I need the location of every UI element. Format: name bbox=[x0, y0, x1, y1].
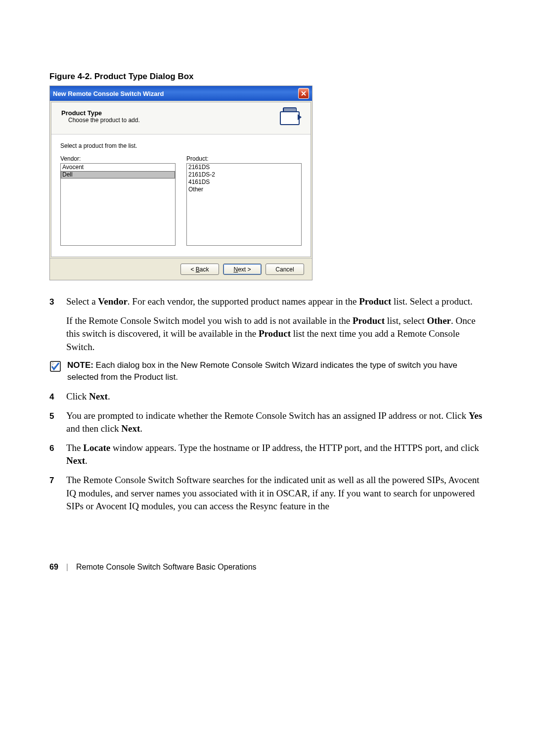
step-number: 3 bbox=[49, 295, 66, 308]
step-number: 7 bbox=[49, 474, 66, 487]
step-body: The Remote Console Switch Software searc… bbox=[66, 474, 485, 513]
note-text: Each dialog box in the New Remote Consol… bbox=[67, 360, 457, 382]
instruction-text: Select a product from the list. bbox=[60, 142, 302, 149]
step-body: Select a Vendor. For each vendor, the su… bbox=[66, 295, 485, 354]
list-item[interactable]: 2161DS-2 bbox=[187, 171, 301, 178]
list-item[interactable]: 2161DS bbox=[187, 164, 301, 171]
product-type-title: Product Type bbox=[61, 109, 140, 117]
step-number: 5 bbox=[49, 409, 66, 422]
close-button[interactable] bbox=[298, 88, 309, 99]
vendor-listbox[interactable]: Avocent Dell bbox=[60, 163, 176, 246]
document-page: Figure 4-2. Product Type Dialog Box New … bbox=[0, 0, 534, 601]
product-label: Product: bbox=[186, 155, 302, 162]
list-item[interactable]: 4161DS bbox=[187, 178, 301, 186]
button-bar: < Back Next > Cancel bbox=[50, 258, 312, 280]
dialog-titlebar: New Remote Console Switch Wizard bbox=[50, 86, 312, 101]
product-listbox[interactable]: 2161DS 2161DS-2 4161DS Other bbox=[186, 163, 302, 246]
wizard-dialog: New Remote Console Switch Wizard Product… bbox=[49, 86, 312, 280]
page-footer: 69 | Remote Console Switch Software Basi… bbox=[49, 563, 485, 572]
note-block: NOTE: Each dialog box in the New Remote … bbox=[49, 359, 485, 383]
note-label: NOTE: bbox=[67, 360, 93, 370]
step-body: You are prompted to indicate whether the… bbox=[66, 409, 485, 436]
step-list-cont: 4 Click Next. 5 You are prompted to indi… bbox=[49, 390, 485, 513]
list-item[interactable]: Avocent bbox=[61, 164, 175, 171]
step-list: 3 Select a Vendor. For each vendor, the … bbox=[49, 295, 485, 354]
step-body: The Locate window appears. Type the host… bbox=[66, 442, 485, 468]
back-button[interactable]: < Back bbox=[180, 264, 219, 275]
list-item[interactable]: Dell bbox=[61, 171, 175, 178]
switch-icon bbox=[280, 109, 301, 125]
cancel-button[interactable]: Cancel bbox=[266, 264, 304, 275]
vendor-label: Vendor: bbox=[60, 155, 176, 162]
page-number: 69 bbox=[49, 563, 58, 572]
footer-title: Remote Console Switch Software Basic Ope… bbox=[76, 563, 257, 572]
dialog-title: New Remote Console Switch Wizard bbox=[53, 90, 164, 97]
step-body: Click Next. bbox=[66, 390, 485, 403]
step-number: 6 bbox=[49, 442, 66, 454]
note-icon bbox=[49, 360, 61, 372]
footer-separator: | bbox=[66, 563, 68, 572]
step-number: 4 bbox=[49, 390, 66, 403]
dialog-header: Product Type Choose the product to add. bbox=[51, 102, 311, 134]
close-icon bbox=[301, 90, 307, 96]
product-type-subtitle: Choose the product to add. bbox=[68, 117, 140, 124]
list-item[interactable]: Other bbox=[187, 186, 301, 193]
figure-caption: Figure 4-2. Product Type Dialog Box bbox=[49, 72, 485, 82]
next-button[interactable]: Next > bbox=[223, 264, 262, 275]
